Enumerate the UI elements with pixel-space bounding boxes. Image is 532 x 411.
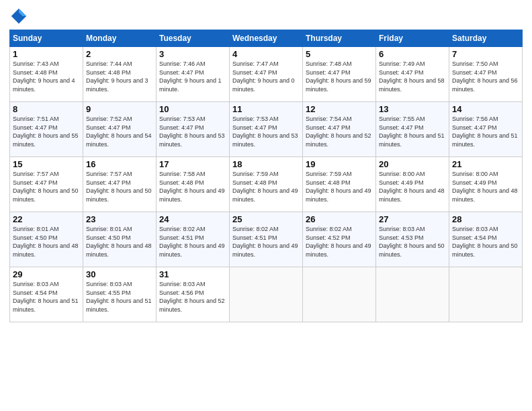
calendar-cell: 5 Sunrise: 7:48 AM Sunset: 4:47 PM Dayli… (303, 47, 376, 102)
cell-details: Sunrise: 8:02 AM Sunset: 4:52 PM Dayligh… (306, 225, 373, 259)
cell-details: Sunrise: 7:43 AM Sunset: 4:48 PM Dayligh… (13, 60, 80, 93)
cell-details: Sunrise: 7:52 AM Sunset: 4:47 PM Dayligh… (86, 115, 153, 148)
cell-details: Sunrise: 8:03 AM Sunset: 4:53 PM Dayligh… (379, 225, 446, 259)
col-header-friday: Friday (376, 30, 449, 47)
day-number: 16 (86, 159, 153, 169)
day-number: 22 (13, 214, 80, 224)
cell-details: Sunrise: 7:57 AM Sunset: 4:47 PM Dayligh… (86, 170, 153, 203)
calendar-cell: 19 Sunrise: 7:59 AM Sunset: 4:48 PM Dayl… (303, 157, 376, 212)
cell-details: Sunrise: 7:44 AM Sunset: 4:48 PM Dayligh… (86, 60, 153, 93)
calendar-cell: 21 Sunrise: 8:00 AM Sunset: 4:49 PM Dayl… (449, 157, 523, 212)
day-number: 15 (13, 159, 80, 169)
day-number: 2 (86, 49, 153, 59)
day-number: 1 (13, 49, 80, 59)
cell-details: Sunrise: 7:56 AM Sunset: 4:47 PM Dayligh… (452, 115, 519, 148)
calendar-cell: 1 Sunrise: 7:43 AM Sunset: 4:48 PM Dayli… (10, 47, 83, 102)
cell-details: Sunrise: 7:57 AM Sunset: 4:47 PM Dayligh… (13, 170, 80, 203)
calendar-cell: 6 Sunrise: 7:49 AM Sunset: 4:47 PM Dayli… (376, 47, 449, 102)
calendar-table: SundayMondayTuesdayWednesdayThursdayFrid… (9, 30, 523, 322)
day-number: 6 (379, 49, 446, 59)
cell-details: Sunrise: 8:03 AM Sunset: 4:54 PM Dayligh… (13, 280, 80, 314)
calendar-cell: 25 Sunrise: 8:02 AM Sunset: 4:51 PM Dayl… (230, 212, 303, 267)
cell-details: Sunrise: 8:00 AM Sunset: 4:49 PM Dayligh… (452, 170, 519, 203)
cell-details: Sunrise: 8:01 AM Sunset: 4:50 PM Dayligh… (86, 225, 153, 259)
col-header-wednesday: Wednesday (230, 30, 303, 47)
calendar-cell: 20 Sunrise: 8:00 AM Sunset: 4:49 PM Dayl… (376, 157, 449, 212)
day-number: 9 (86, 104, 153, 114)
calendar-cell: 30 Sunrise: 8:03 AM Sunset: 4:55 PM Dayl… (83, 267, 157, 322)
week-row-2: 8 Sunrise: 7:51 AM Sunset: 4:47 PM Dayli… (10, 102, 523, 157)
day-number: 23 (86, 214, 153, 224)
calendar-cell: 10 Sunrise: 7:53 AM Sunset: 4:47 PM Dayl… (157, 102, 230, 157)
calendar-cell (449, 267, 523, 322)
day-number: 30 (86, 269, 153, 279)
day-number: 5 (306, 49, 373, 59)
day-number: 29 (13, 269, 80, 279)
calendar-cell: 14 Sunrise: 7:56 AM Sunset: 4:47 PM Dayl… (449, 102, 523, 157)
logo-icon (9, 7, 28, 26)
calendar-cell: 24 Sunrise: 8:02 AM Sunset: 4:51 PM Dayl… (157, 212, 230, 267)
calendar-cell (230, 267, 303, 322)
col-header-tuesday: Tuesday (157, 30, 230, 47)
cell-details: Sunrise: 8:03 AM Sunset: 4:54 PM Dayligh… (452, 225, 519, 259)
main-container: SundayMondayTuesdayWednesdayThursdayFrid… (0, 0, 532, 329)
day-number: 27 (379, 214, 446, 224)
calendar-cell: 9 Sunrise: 7:52 AM Sunset: 4:47 PM Dayli… (83, 102, 157, 157)
cell-details: Sunrise: 7:47 AM Sunset: 4:47 PM Dayligh… (232, 60, 300, 93)
day-number: 20 (379, 159, 446, 169)
cell-details: Sunrise: 7:46 AM Sunset: 4:47 PM Dayligh… (159, 60, 226, 93)
cell-details: Sunrise: 7:49 AM Sunset: 4:47 PM Dayligh… (379, 60, 446, 93)
day-number: 13 (379, 104, 446, 114)
cell-details: Sunrise: 8:01 AM Sunset: 4:50 PM Dayligh… (13, 225, 80, 259)
cell-details: Sunrise: 7:48 AM Sunset: 4:47 PM Dayligh… (306, 60, 373, 93)
calendar-cell: 2 Sunrise: 7:44 AM Sunset: 4:48 PM Dayli… (83, 47, 157, 102)
header (9, 7, 523, 26)
calendar-cell: 16 Sunrise: 7:57 AM Sunset: 4:47 PM Dayl… (83, 157, 157, 212)
day-number: 11 (232, 104, 300, 114)
week-row-3: 15 Sunrise: 7:57 AM Sunset: 4:47 PM Dayl… (10, 157, 523, 212)
col-header-monday: Monday (83, 30, 157, 47)
cell-details: Sunrise: 7:59 AM Sunset: 4:48 PM Dayligh… (306, 170, 373, 203)
calendar-cell (376, 267, 449, 322)
col-header-sunday: Sunday (10, 30, 83, 47)
calendar-cell: 31 Sunrise: 8:03 AM Sunset: 4:56 PM Dayl… (157, 267, 230, 322)
day-number: 14 (452, 104, 519, 114)
cell-details: Sunrise: 8:02 AM Sunset: 4:51 PM Dayligh… (159, 225, 226, 259)
cell-details: Sunrise: 8:03 AM Sunset: 4:55 PM Dayligh… (86, 280, 153, 314)
calendar-cell: 4 Sunrise: 7:47 AM Sunset: 4:47 PM Dayli… (230, 47, 303, 102)
calendar-cell: 28 Sunrise: 8:03 AM Sunset: 4:54 PM Dayl… (449, 212, 523, 267)
day-number: 10 (159, 104, 226, 114)
calendar-cell (303, 267, 376, 322)
calendar-cell: 12 Sunrise: 7:54 AM Sunset: 4:47 PM Dayl… (303, 102, 376, 157)
day-number: 28 (452, 214, 519, 224)
cell-details: Sunrise: 7:50 AM Sunset: 4:47 PM Dayligh… (452, 60, 519, 93)
calendar-cell: 8 Sunrise: 7:51 AM Sunset: 4:47 PM Dayli… (10, 102, 83, 157)
cell-details: Sunrise: 8:03 AM Sunset: 4:56 PM Dayligh… (159, 280, 226, 314)
cell-details: Sunrise: 8:00 AM Sunset: 4:49 PM Dayligh… (379, 170, 446, 203)
cell-details: Sunrise: 7:53 AM Sunset: 4:47 PM Dayligh… (159, 115, 226, 148)
calendar-cell: 11 Sunrise: 7:53 AM Sunset: 4:47 PM Dayl… (230, 102, 303, 157)
calendar-cell: 23 Sunrise: 8:01 AM Sunset: 4:50 PM Dayl… (83, 212, 157, 267)
calendar-cell: 15 Sunrise: 7:57 AM Sunset: 4:47 PM Dayl… (10, 157, 83, 212)
logo (9, 7, 31, 26)
week-row-5: 29 Sunrise: 8:03 AM Sunset: 4:54 PM Dayl… (10, 267, 523, 322)
calendar-cell: 13 Sunrise: 7:55 AM Sunset: 4:47 PM Dayl… (376, 102, 449, 157)
week-row-1: 1 Sunrise: 7:43 AM Sunset: 4:48 PM Dayli… (10, 47, 523, 102)
cell-details: Sunrise: 7:51 AM Sunset: 4:47 PM Dayligh… (13, 115, 80, 148)
day-number: 3 (159, 49, 226, 59)
cell-details: Sunrise: 7:58 AM Sunset: 4:48 PM Dayligh… (159, 170, 226, 203)
calendar-cell: 22 Sunrise: 8:01 AM Sunset: 4:50 PM Dayl… (10, 212, 83, 267)
day-number: 17 (159, 159, 226, 169)
day-number: 8 (13, 104, 80, 114)
col-header-thursday: Thursday (303, 30, 376, 47)
header-row: SundayMondayTuesdayWednesdayThursdayFrid… (10, 30, 523, 47)
day-number: 24 (159, 214, 226, 224)
day-number: 25 (232, 214, 300, 224)
day-number: 12 (306, 104, 373, 114)
day-number: 4 (232, 49, 300, 59)
week-row-4: 22 Sunrise: 8:01 AM Sunset: 4:50 PM Dayl… (10, 212, 523, 267)
calendar-cell: 3 Sunrise: 7:46 AM Sunset: 4:47 PM Dayli… (157, 47, 230, 102)
cell-details: Sunrise: 8:02 AM Sunset: 4:51 PM Dayligh… (232, 225, 300, 259)
calendar-cell: 17 Sunrise: 7:58 AM Sunset: 4:48 PM Dayl… (157, 157, 230, 212)
calendar-cell: 26 Sunrise: 8:02 AM Sunset: 4:52 PM Dayl… (303, 212, 376, 267)
